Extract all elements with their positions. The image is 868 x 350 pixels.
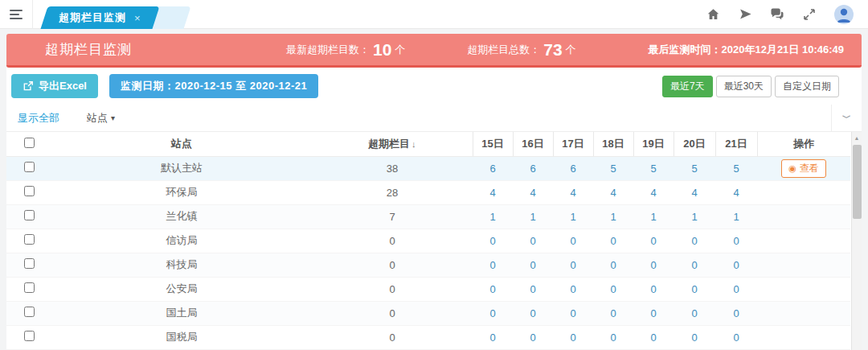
- day-count-link[interactable]: 0: [530, 235, 535, 247]
- menu-icon[interactable]: [0, 0, 32, 29]
- day-count-link[interactable]: 4: [733, 187, 739, 199]
- collapse-toggle[interactable]: ﹀: [831, 105, 862, 132]
- view-button[interactable]: ◉查看: [781, 159, 826, 178]
- day-count-link[interactable]: 4: [691, 187, 697, 199]
- day-count-link[interactable]: 0: [733, 331, 739, 344]
- day-count-link[interactable]: 1: [570, 211, 575, 223]
- day-count-link[interactable]: 0: [570, 283, 575, 295]
- day-count-link[interactable]: 4: [530, 187, 535, 199]
- day-count-link[interactable]: 0: [530, 307, 535, 319]
- row-checkbox[interactable]: [24, 162, 35, 172]
- day-count-cell: 0: [633, 229, 674, 253]
- day-count-link[interactable]: 0: [650, 307, 656, 319]
- overdue-total-cell: 38: [312, 156, 473, 180]
- row-checkbox[interactable]: [24, 307, 35, 317]
- scroll-up-icon[interactable]: ▲: [852, 132, 862, 143]
- day-count-link[interactable]: 0: [610, 331, 616, 344]
- home-icon[interactable]: [706, 7, 720, 22]
- monitor-date-range-button[interactable]: 监测日期：2020-12-15 至 2020-12-21: [109, 74, 318, 98]
- day-count-link[interactable]: 1: [489, 211, 495, 223]
- day-count-link[interactable]: 0: [570, 307, 575, 319]
- day-count-link[interactable]: 6: [489, 163, 495, 175]
- day-count-link[interactable]: 0: [650, 259, 656, 271]
- col-overdue-label: 超期栏目: [368, 138, 410, 150]
- day-count-link[interactable]: 4: [489, 187, 495, 199]
- scrollbar-thumb[interactable]: [853, 145, 862, 219]
- show-all-link[interactable]: 显示全部: [18, 111, 59, 126]
- day-count-link[interactable]: 4: [650, 187, 656, 199]
- row-checkbox[interactable]: [24, 282, 35, 293]
- day-count-link[interactable]: 1: [691, 211, 697, 223]
- day-count-link[interactable]: 0: [530, 259, 535, 271]
- day-count-link[interactable]: 0: [650, 283, 656, 295]
- day-count-link[interactable]: 0: [650, 235, 656, 247]
- day-count-link[interactable]: 0: [489, 235, 495, 247]
- day-count-link[interactable]: 4: [570, 187, 575, 199]
- overdue-total-cell: 7: [312, 204, 473, 229]
- day-count-link[interactable]: 0: [691, 259, 697, 271]
- day-count-link[interactable]: 1: [530, 211, 535, 223]
- day-count-link[interactable]: 5: [691, 163, 697, 175]
- row-checkbox[interactable]: [24, 258, 35, 269]
- table-row: 环保局284444444: [6, 180, 850, 204]
- day-count-link[interactable]: 5: [610, 163, 616, 175]
- day-count-link[interactable]: 0: [489, 307, 495, 319]
- day-count-link[interactable]: 0: [733, 235, 739, 247]
- range-custom-button[interactable]: 自定义日期: [775, 76, 839, 97]
- row-checkbox[interactable]: [24, 331, 35, 341]
- export-excel-button[interactable]: 导出Excel: [11, 74, 98, 98]
- range-7days-button[interactable]: 最近7天: [662, 76, 713, 97]
- day-count-cell: 0: [553, 229, 593, 253]
- day-count-link[interactable]: 0: [610, 307, 616, 319]
- paper-plane-icon[interactable]: [738, 7, 752, 22]
- day-count-cell: 5: [633, 156, 674, 180]
- day-count-link[interactable]: 0: [570, 235, 575, 247]
- day-count-link[interactable]: 0: [733, 259, 739, 271]
- day-count-link[interactable]: 0: [570, 331, 575, 344]
- day-count-link[interactable]: 0: [610, 259, 616, 271]
- day-count-link[interactable]: 0: [610, 283, 616, 295]
- day-count-link[interactable]: 5: [733, 163, 739, 175]
- day-count-link[interactable]: 0: [489, 331, 495, 344]
- day-count-link[interactable]: 0: [691, 235, 697, 247]
- day-count-link[interactable]: 0: [489, 283, 495, 295]
- day-count-link[interactable]: 0: [610, 235, 616, 247]
- tab-close-icon[interactable]: ×: [134, 11, 141, 23]
- user-avatar[interactable]: [834, 5, 854, 24]
- row-checkbox[interactable]: [24, 186, 35, 196]
- row-checkbox[interactable]: [24, 234, 35, 245]
- col-overdue-count[interactable]: 超期栏目↓: [312, 132, 473, 156]
- vertical-scrollbar[interactable]: ▲: [851, 132, 862, 350]
- col-day-20: 20日: [674, 132, 715, 156]
- day-count-link[interactable]: 1: [650, 211, 656, 223]
- day-count-link[interactable]: 6: [570, 163, 575, 175]
- day-count-cell: 6: [473, 156, 513, 180]
- day-count-link[interactable]: 0: [733, 283, 739, 295]
- day-count-link[interactable]: 0: [691, 307, 697, 319]
- day-count-link[interactable]: 0: [691, 283, 697, 295]
- expand-icon[interactable]: [802, 7, 817, 22]
- day-count-link[interactable]: 0: [489, 259, 495, 271]
- day-count-link[interactable]: 4: [610, 187, 616, 199]
- day-count-link[interactable]: 0: [691, 331, 697, 344]
- day-count-link[interactable]: 1: [610, 211, 616, 223]
- comments-icon[interactable]: [770, 7, 784, 22]
- day-count-link[interactable]: 0: [650, 331, 656, 344]
- day-count-link[interactable]: 5: [650, 163, 656, 175]
- day-count-link[interactable]: 0: [530, 331, 535, 344]
- site-name-cell: 公安局: [51, 277, 312, 301]
- day-count-cell: 0: [513, 253, 553, 277]
- day-count-link[interactable]: 0: [733, 307, 739, 319]
- col-day-18: 18日: [593, 132, 633, 156]
- table-header-row: 站点 超期栏目↓ 15日 16日 17日 18日 19日 20日 21日 操作: [6, 132, 850, 156]
- day-count-link[interactable]: 1: [733, 211, 739, 223]
- day-count-link[interactable]: 0: [530, 283, 535, 295]
- tab-overdue-monitor[interactable]: 超期栏目监测 ×: [40, 6, 159, 29]
- site-dropdown[interactable]: 站点 ▾: [87, 111, 115, 126]
- select-all-checkbox[interactable]: [24, 138, 35, 148]
- row-checkbox[interactable]: [24, 210, 35, 220]
- range-30days-button[interactable]: 最近30天: [716, 76, 772, 97]
- day-count-link[interactable]: 6: [530, 163, 535, 175]
- day-count-link[interactable]: 0: [570, 259, 575, 271]
- sort-desc-icon[interactable]: ↓: [411, 139, 416, 149]
